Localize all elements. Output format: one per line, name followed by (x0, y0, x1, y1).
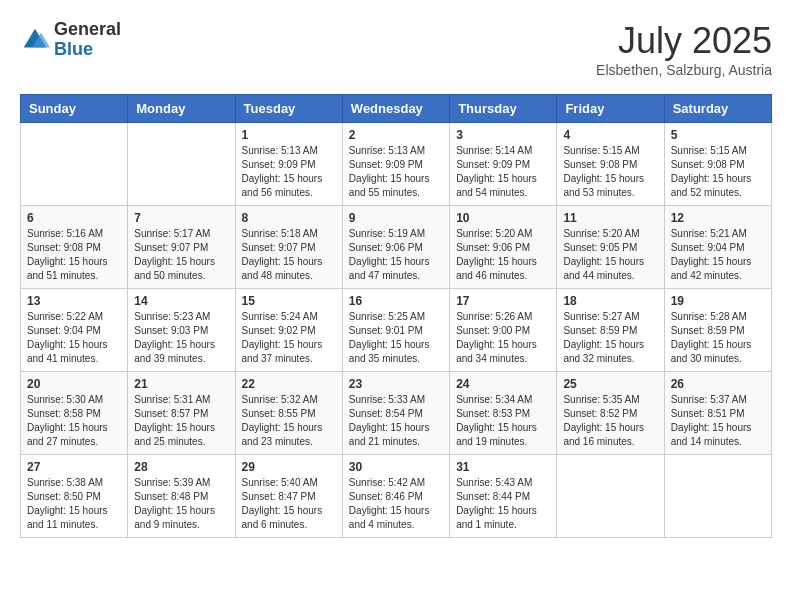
day-number: 24 (456, 377, 550, 391)
location-text: Elsbethen, Salzburg, Austria (596, 62, 772, 78)
calendar-cell (128, 123, 235, 206)
day-info: Sunrise: 5:25 AMSunset: 9:01 PMDaylight:… (349, 310, 443, 366)
day-number: 15 (242, 294, 336, 308)
logo-blue-text: Blue (54, 40, 121, 60)
calendar-cell: 21Sunrise: 5:31 AMSunset: 8:57 PMDayligh… (128, 372, 235, 455)
day-info: Sunrise: 5:39 AMSunset: 8:48 PMDaylight:… (134, 476, 228, 532)
page-header: General Blue July 2025 Elsbethen, Salzbu… (20, 20, 772, 78)
day-info: Sunrise: 5:37 AMSunset: 8:51 PMDaylight:… (671, 393, 765, 449)
day-number: 22 (242, 377, 336, 391)
day-number: 19 (671, 294, 765, 308)
calendar-cell: 11Sunrise: 5:20 AMSunset: 9:05 PMDayligh… (557, 206, 664, 289)
calendar-cell: 23Sunrise: 5:33 AMSunset: 8:54 PMDayligh… (342, 372, 449, 455)
day-info: Sunrise: 5:18 AMSunset: 9:07 PMDaylight:… (242, 227, 336, 283)
calendar-cell: 16Sunrise: 5:25 AMSunset: 9:01 PMDayligh… (342, 289, 449, 372)
day-number: 26 (671, 377, 765, 391)
day-number: 10 (456, 211, 550, 225)
calendar-cell: 22Sunrise: 5:32 AMSunset: 8:55 PMDayligh… (235, 372, 342, 455)
calendar-cell: 20Sunrise: 5:30 AMSunset: 8:58 PMDayligh… (21, 372, 128, 455)
day-number: 7 (134, 211, 228, 225)
day-number: 30 (349, 460, 443, 474)
day-number: 17 (456, 294, 550, 308)
day-info: Sunrise: 5:28 AMSunset: 8:59 PMDaylight:… (671, 310, 765, 366)
logo-icon (20, 25, 50, 55)
calendar-cell: 13Sunrise: 5:22 AMSunset: 9:04 PMDayligh… (21, 289, 128, 372)
day-info: Sunrise: 5:13 AMSunset: 9:09 PMDaylight:… (242, 144, 336, 200)
day-number: 31 (456, 460, 550, 474)
calendar-week-row: 13Sunrise: 5:22 AMSunset: 9:04 PMDayligh… (21, 289, 772, 372)
calendar-cell: 19Sunrise: 5:28 AMSunset: 8:59 PMDayligh… (664, 289, 771, 372)
calendar-cell (21, 123, 128, 206)
calendar-cell: 8Sunrise: 5:18 AMSunset: 9:07 PMDaylight… (235, 206, 342, 289)
calendar-cell (664, 455, 771, 538)
day-number: 5 (671, 128, 765, 142)
day-info: Sunrise: 5:42 AMSunset: 8:46 PMDaylight:… (349, 476, 443, 532)
calendar-cell: 18Sunrise: 5:27 AMSunset: 8:59 PMDayligh… (557, 289, 664, 372)
day-info: Sunrise: 5:14 AMSunset: 9:09 PMDaylight:… (456, 144, 550, 200)
calendar-week-row: 6Sunrise: 5:16 AMSunset: 9:08 PMDaylight… (21, 206, 772, 289)
calendar-cell: 25Sunrise: 5:35 AMSunset: 8:52 PMDayligh… (557, 372, 664, 455)
calendar-cell: 27Sunrise: 5:38 AMSunset: 8:50 PMDayligh… (21, 455, 128, 538)
day-of-week-header: Tuesday (235, 95, 342, 123)
logo-general-text: General (54, 20, 121, 40)
day-number: 29 (242, 460, 336, 474)
calendar-cell: 3Sunrise: 5:14 AMSunset: 9:09 PMDaylight… (450, 123, 557, 206)
day-number: 13 (27, 294, 121, 308)
calendar-cell: 31Sunrise: 5:43 AMSunset: 8:44 PMDayligh… (450, 455, 557, 538)
day-of-week-header: Monday (128, 95, 235, 123)
title-block: July 2025 Elsbethen, Salzburg, Austria (596, 20, 772, 78)
day-number: 8 (242, 211, 336, 225)
day-info: Sunrise: 5:34 AMSunset: 8:53 PMDaylight:… (456, 393, 550, 449)
calendar-cell: 6Sunrise: 5:16 AMSunset: 9:08 PMDaylight… (21, 206, 128, 289)
calendar-cell: 4Sunrise: 5:15 AMSunset: 9:08 PMDaylight… (557, 123, 664, 206)
calendar-header-row: SundayMondayTuesdayWednesdayThursdayFrid… (21, 95, 772, 123)
calendar-cell: 26Sunrise: 5:37 AMSunset: 8:51 PMDayligh… (664, 372, 771, 455)
calendar-week-row: 27Sunrise: 5:38 AMSunset: 8:50 PMDayligh… (21, 455, 772, 538)
day-info: Sunrise: 5:33 AMSunset: 8:54 PMDaylight:… (349, 393, 443, 449)
day-info: Sunrise: 5:15 AMSunset: 9:08 PMDaylight:… (563, 144, 657, 200)
calendar-cell: 7Sunrise: 5:17 AMSunset: 9:07 PMDaylight… (128, 206, 235, 289)
calendar-cell: 17Sunrise: 5:26 AMSunset: 9:00 PMDayligh… (450, 289, 557, 372)
day-info: Sunrise: 5:38 AMSunset: 8:50 PMDaylight:… (27, 476, 121, 532)
calendar-cell: 9Sunrise: 5:19 AMSunset: 9:06 PMDaylight… (342, 206, 449, 289)
day-number: 25 (563, 377, 657, 391)
day-number: 1 (242, 128, 336, 142)
calendar-week-row: 20Sunrise: 5:30 AMSunset: 8:58 PMDayligh… (21, 372, 772, 455)
logo-text: General Blue (54, 20, 121, 60)
day-info: Sunrise: 5:13 AMSunset: 9:09 PMDaylight:… (349, 144, 443, 200)
day-of-week-header: Sunday (21, 95, 128, 123)
day-info: Sunrise: 5:24 AMSunset: 9:02 PMDaylight:… (242, 310, 336, 366)
day-number: 21 (134, 377, 228, 391)
day-number: 16 (349, 294, 443, 308)
day-info: Sunrise: 5:22 AMSunset: 9:04 PMDaylight:… (27, 310, 121, 366)
day-info: Sunrise: 5:20 AMSunset: 9:06 PMDaylight:… (456, 227, 550, 283)
calendar-cell: 30Sunrise: 5:42 AMSunset: 8:46 PMDayligh… (342, 455, 449, 538)
day-info: Sunrise: 5:35 AMSunset: 8:52 PMDaylight:… (563, 393, 657, 449)
calendar-cell: 2Sunrise: 5:13 AMSunset: 9:09 PMDaylight… (342, 123, 449, 206)
day-info: Sunrise: 5:43 AMSunset: 8:44 PMDaylight:… (456, 476, 550, 532)
day-number: 12 (671, 211, 765, 225)
day-info: Sunrise: 5:23 AMSunset: 9:03 PMDaylight:… (134, 310, 228, 366)
logo: General Blue (20, 20, 121, 60)
day-number: 11 (563, 211, 657, 225)
day-info: Sunrise: 5:30 AMSunset: 8:58 PMDaylight:… (27, 393, 121, 449)
day-info: Sunrise: 5:19 AMSunset: 9:06 PMDaylight:… (349, 227, 443, 283)
day-number: 9 (349, 211, 443, 225)
day-info: Sunrise: 5:16 AMSunset: 9:08 PMDaylight:… (27, 227, 121, 283)
day-of-week-header: Thursday (450, 95, 557, 123)
day-number: 23 (349, 377, 443, 391)
day-info: Sunrise: 5:15 AMSunset: 9:08 PMDaylight:… (671, 144, 765, 200)
day-number: 18 (563, 294, 657, 308)
day-of-week-header: Wednesday (342, 95, 449, 123)
day-info: Sunrise: 5:21 AMSunset: 9:04 PMDaylight:… (671, 227, 765, 283)
day-info: Sunrise: 5:26 AMSunset: 9:00 PMDaylight:… (456, 310, 550, 366)
calendar-week-row: 1Sunrise: 5:13 AMSunset: 9:09 PMDaylight… (21, 123, 772, 206)
calendar-cell: 5Sunrise: 5:15 AMSunset: 9:08 PMDaylight… (664, 123, 771, 206)
month-title: July 2025 (596, 20, 772, 62)
day-info: Sunrise: 5:27 AMSunset: 8:59 PMDaylight:… (563, 310, 657, 366)
calendar-cell: 12Sunrise: 5:21 AMSunset: 9:04 PMDayligh… (664, 206, 771, 289)
day-info: Sunrise: 5:40 AMSunset: 8:47 PMDaylight:… (242, 476, 336, 532)
day-of-week-header: Friday (557, 95, 664, 123)
day-number: 3 (456, 128, 550, 142)
day-info: Sunrise: 5:20 AMSunset: 9:05 PMDaylight:… (563, 227, 657, 283)
